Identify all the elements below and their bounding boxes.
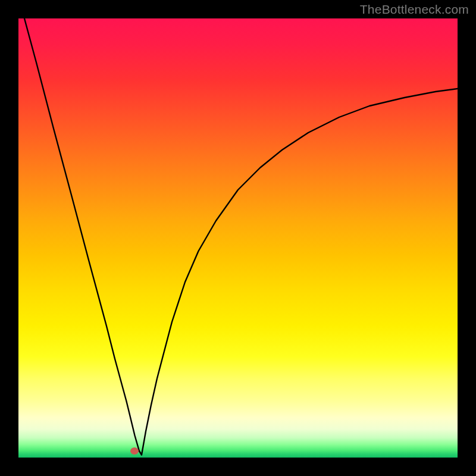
- bottleneck-curve: [18, 18, 458, 458]
- plot-area: [18, 18, 458, 458]
- curve-minimum-marker: [130, 447, 139, 455]
- curve-path: [24, 18, 458, 455]
- watermark-text: TheBottleneck.com: [360, 2, 469, 17]
- chart-frame: TheBottleneck.com: [0, 0, 476, 476]
